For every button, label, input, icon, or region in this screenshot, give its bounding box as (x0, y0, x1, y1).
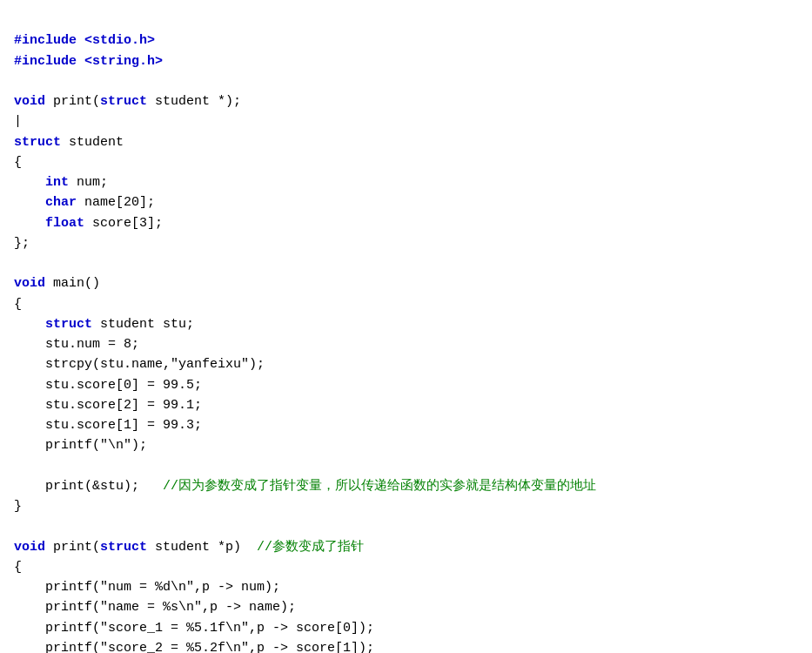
code-token: printf("\n"); (14, 438, 147, 453)
code-token: #include <string.h> (14, 54, 163, 69)
code-line: { (14, 557, 798, 577)
code-line: stu.score[1] = 99.3; (14, 415, 798, 435)
code-token (14, 195, 45, 210)
code-line: { (14, 294, 798, 314)
code-line: int num; (14, 172, 798, 192)
code-line: }; (14, 233, 798, 253)
code-line: stu.score[0] = 99.5; (14, 375, 798, 395)
code-line: #include <stdio.h> (14, 30, 798, 50)
code-token: #include <stdio.h> (14, 33, 155, 48)
code-token: char (45, 195, 77, 210)
cursor: | (14, 114, 22, 129)
code-token: student *p) (155, 540, 257, 555)
code-token: print( (53, 94, 100, 109)
code-token: student stu; (100, 317, 194, 332)
code-token: stu.score[2] = 99.1; (14, 398, 202, 413)
code-token: void (14, 94, 53, 109)
code-line: stu.num = 8; (14, 334, 798, 354)
code-line: void main() (14, 273, 798, 293)
code-line: stu.score[2] = 99.1; (14, 395, 798, 415)
code-token: int (45, 175, 69, 190)
code-token: { (14, 560, 22, 575)
code-line: char name[20]; (14, 192, 798, 212)
code-line: void print(struct student *); (14, 91, 798, 111)
code-line: printf("score_2 = %5.2f\n",p -> score[1]… (14, 638, 798, 653)
code-line: strcpy(stu.name,"yanfeixu"); (14, 354, 798, 374)
code-line: | (14, 111, 798, 131)
code-token: name[20]; (77, 195, 155, 210)
code-line (14, 456, 798, 476)
code-line: void print(struct student *p) //参数变成了指针 (14, 537, 798, 557)
code-token: stu.num = 8; (14, 337, 139, 352)
code-token: struct (45, 317, 100, 332)
code-line (14, 71, 798, 91)
code-token: printf("num = %d\n",p -> num); (14, 580, 280, 595)
code-line (14, 253, 798, 273)
code-token: printf("score_2 = %5.2f\n",p -> score[1]… (14, 641, 374, 653)
code-token: score[3]; (84, 216, 163, 231)
code-token: strcpy(stu.name,"yanfeixu"); (14, 357, 265, 372)
code-line: printf("score_1 = %5.1f\n",p -> score[0]… (14, 618, 798, 638)
code-token: } (14, 499, 22, 514)
code-token: student (69, 135, 124, 150)
code-token (14, 216, 45, 231)
code-token: printf("name = %s\n",p -> name); (14, 600, 296, 615)
code-token (14, 175, 45, 190)
code-token: student *); (155, 94, 241, 109)
code-line: printf("name = %s\n",p -> name); (14, 597, 798, 617)
code-line: struct student (14, 132, 798, 152)
code-token: print(&stu); (14, 479, 163, 494)
code-token (14, 317, 45, 332)
code-line: float score[3]; (14, 213, 798, 233)
code-token: //因为参数变成了指针变量，所以传递给函数的实参就是结构体变量的地址 (163, 479, 596, 494)
code-token: num; (69, 175, 108, 190)
code-token: main() (45, 276, 100, 291)
code-token: { (14, 155, 22, 170)
code-line: #include <string.h> (14, 51, 798, 71)
code-token: void (14, 276, 45, 291)
code-token: stu.score[0] = 99.5; (14, 378, 202, 393)
code-token: struct (14, 135, 69, 150)
code-line (14, 516, 798, 536)
code-token: print( (45, 540, 100, 555)
code-token: }; (14, 236, 30, 251)
code-token: printf("score_1 = %5.1f\n",p -> score[0]… (14, 621, 374, 636)
code-editor: #include <stdio.h>#include <string.h> vo… (14, 10, 798, 653)
code-token: struct (100, 94, 155, 109)
code-token: //参数变成了指针 (257, 540, 364, 555)
code-token: void (14, 540, 45, 555)
code-line: } (14, 496, 798, 516)
code-line: struct student stu; (14, 314, 798, 334)
code-line: printf("\n"); (14, 435, 798, 455)
code-line: { (14, 152, 798, 172)
code-token: stu.score[1] = 99.3; (14, 418, 202, 433)
code-token: struct (100, 540, 155, 555)
code-token: { (14, 297, 22, 312)
code-line: printf("num = %d\n",p -> num); (14, 577, 798, 597)
code-token: float (45, 216, 84, 231)
code-line: print(&stu); //因为参数变成了指针变量，所以传递给函数的实参就是结… (14, 476, 798, 496)
